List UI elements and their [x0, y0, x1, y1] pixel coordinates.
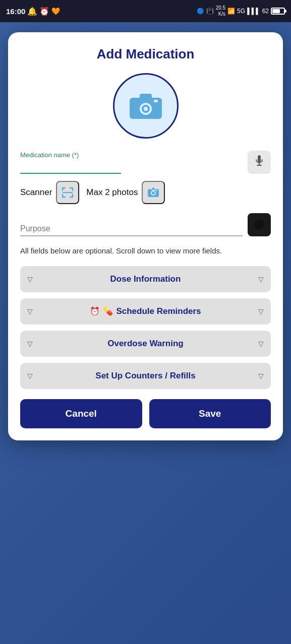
medication-name-section: Medication name (*) — [20, 151, 271, 174]
status-bar: 16:00 🔔 ⏰ 🧡 🔵 📳 20.5K/s 📶 5G ▌▌▌ 62 — [0, 0, 291, 22]
battery-display: 62 — [262, 8, 285, 15]
dose-left-chevron: ▽ — [27, 275, 33, 283]
voice-input-button[interactable] — [248, 151, 271, 174]
scanner-photos-row: Scanner Max 2 photos — [20, 181, 271, 204]
counters-left-chevron: ▽ — [27, 372, 33, 380]
dose-information-label: Dose Information — [33, 274, 258, 284]
svg-rect-10 — [151, 187, 155, 190]
bottom-button-row: Cancel Save — [20, 399, 271, 428]
medication-name-input[interactable] — [20, 160, 121, 174]
reminders-label-wrapper: ⏰ 💊 Schedule Reminders — [33, 306, 258, 316]
overdose-left-chevron: ▽ — [27, 340, 33, 348]
medication-name-field-wrapper: Medication name (*) — [20, 151, 243, 174]
reminders-pill-emoji: 💊 — [103, 306, 113, 316]
optional-fields-text: All fields below are optional. Scroll do… — [20, 245, 271, 257]
status-left: 16:00 🔔 ⏰ 🧡 — [6, 7, 60, 16]
status-right: 🔵 📳 20.5K/s 📶 5G ▌▌▌ 62 — [197, 5, 285, 17]
modal-title: Add Medication — [20, 46, 271, 62]
svg-rect-1 — [140, 94, 152, 100]
save-button[interactable]: Save — [149, 399, 271, 428]
camera-small-icon — [147, 186, 160, 199]
camera-circle[interactable] — [113, 73, 179, 139]
svg-point-12 — [152, 191, 155, 195]
notification-icon: 🔔 — [27, 7, 37, 16]
signal-bars: ▌▌▌ — [247, 8, 260, 15]
photos-button[interactable] — [142, 181, 165, 204]
battery-icon — [271, 8, 285, 15]
battery-percentage: 62 — [262, 8, 269, 15]
color-picker-button[interactable] — [248, 213, 271, 236]
dose-right-chevron: ▽ — [258, 275, 264, 283]
overdose-warning-label: Overdose Warning — [33, 339, 258, 349]
scanner-frame-icon — [61, 185, 75, 200]
counters-refills-accordion[interactable]: ▽ Set Up Counters / Refills ▽ — [20, 363, 271, 389]
scanner-item: Scanner — [20, 181, 79, 204]
counters-right-chevron: ▽ — [258, 372, 264, 380]
microphone-icon — [253, 154, 266, 167]
schedule-reminders-accordion[interactable]: ▽ ⏰ 💊 Schedule Reminders ▽ — [20, 298, 271, 325]
camera-icon — [128, 91, 164, 121]
medication-name-label: Medication name (*) — [20, 151, 243, 159]
circle-dot-icon — [254, 220, 264, 230]
signal-icon: 5G — [237, 8, 245, 15]
purpose-input[interactable] — [20, 222, 243, 236]
vibrate-icon: 📳 — [206, 8, 214, 15]
scanner-button[interactable] — [56, 181, 79, 204]
max-photos-label: Max 2 photos — [86, 187, 138, 198]
bluetooth-icon: 🔵 — [197, 8, 204, 15]
camera-photo-area[interactable] — [20, 73, 271, 139]
wifi-icon: 📶 — [227, 8, 235, 15]
reminders-right-chevron: ▽ — [258, 307, 264, 315]
reminders-left-chevron: ▽ — [27, 307, 33, 315]
medication-name-row: Medication name (*) — [20, 151, 271, 174]
dose-information-accordion[interactable]: ▽ Dose Information ▽ — [20, 266, 271, 292]
svg-point-4 — [144, 107, 148, 111]
scanner-label: Scanner — [20, 187, 52, 198]
purpose-row — [20, 213, 271, 236]
svg-rect-13 — [156, 190, 157, 191]
svg-rect-5 — [154, 100, 158, 102]
alarm-icon: ⏰ — [39, 7, 49, 16]
time-display: 16:00 — [6, 7, 25, 16]
data-speed: 20.5K/s — [216, 5, 225, 17]
photos-item: Max 2 photos — [86, 181, 165, 204]
add-medication-modal: Add Medication Medication name (*) — [8, 32, 283, 440]
cancel-button[interactable]: Cancel — [20, 399, 142, 428]
counters-refills-label: Set Up Counters / Refills — [33, 371, 258, 381]
overdose-warning-accordion[interactable]: ▽ Overdose Warning ▽ — [20, 331, 271, 357]
voice-icon — [253, 154, 266, 170]
heart-icon: 🧡 — [51, 7, 60, 15]
reminders-clock-emoji: ⏰ — [90, 306, 100, 316]
overdose-right-chevron: ▽ — [258, 340, 264, 348]
modal-overlay: Add Medication Medication name (*) — [0, 22, 291, 644]
schedule-reminders-label: Schedule Reminders — [116, 306, 201, 316]
